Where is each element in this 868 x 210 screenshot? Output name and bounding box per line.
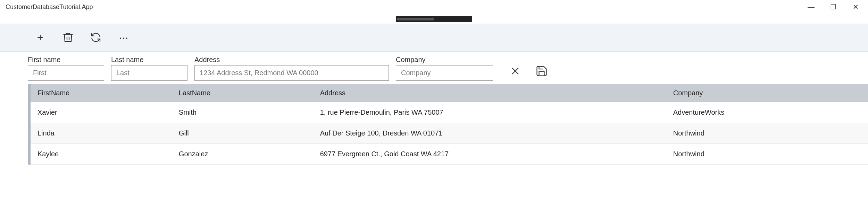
first-name-field: First name bbox=[28, 56, 104, 81]
company-field: Company bbox=[396, 56, 493, 81]
last-name-field: Last name bbox=[111, 56, 187, 81]
cancel-button[interactable] bbox=[507, 63, 524, 79]
refresh-icon bbox=[90, 31, 102, 44]
data-table-area: FirstName LastName Address Company Xavie… bbox=[28, 84, 868, 165]
col-header-firstname: FirstName bbox=[31, 84, 172, 102]
progress-area bbox=[0, 14, 868, 24]
cell-company: AdventureWorks bbox=[666, 102, 868, 123]
table-row[interactable]: Kaylee Gonzalez 6977 Evergreen Ct., Gold… bbox=[31, 144, 868, 165]
more-button[interactable]: ··· bbox=[111, 26, 136, 49]
cell-firstname: Kaylee bbox=[31, 144, 172, 165]
cell-lastname: Gill bbox=[172, 123, 313, 144]
save-icon bbox=[535, 65, 548, 77]
col-header-company: Company bbox=[666, 84, 868, 102]
address-field: Address bbox=[194, 56, 389, 81]
cell-lastname: Smith bbox=[172, 102, 313, 123]
app-title: CustomerDatabaseTutorial.App bbox=[6, 3, 93, 11]
delete-button[interactable] bbox=[56, 26, 81, 49]
first-name-label: First name bbox=[28, 56, 104, 64]
cell-address: Auf Der Steige 100, Dresden WA 01071 bbox=[313, 123, 666, 144]
table-row[interactable]: Linda Gill Auf Der Steige 100, Dresden W… bbox=[31, 123, 868, 144]
refresh-button[interactable] bbox=[83, 26, 108, 49]
address-input[interactable] bbox=[194, 65, 389, 81]
company-label: Company bbox=[396, 56, 493, 64]
table-row[interactable]: Xavier Smith 1, rue Pierre-Demoulin, Par… bbox=[31, 102, 868, 123]
first-name-input[interactable] bbox=[28, 65, 104, 81]
cancel-icon bbox=[509, 65, 521, 77]
close-button[interactable]: ✕ bbox=[849, 0, 862, 14]
cell-company: Northwind bbox=[666, 123, 868, 144]
minimize-button[interactable]: — bbox=[804, 0, 818, 14]
table-header-row: FirstName LastName Address Company bbox=[31, 84, 868, 102]
form-actions bbox=[507, 63, 550, 81]
customer-table: FirstName LastName Address Company Xavie… bbox=[31, 84, 868, 165]
col-header-address: Address bbox=[313, 84, 666, 102]
col-header-lastname: LastName bbox=[172, 84, 313, 102]
add-button[interactable]: + bbox=[28, 26, 53, 49]
delete-icon bbox=[62, 31, 74, 44]
address-label: Address bbox=[194, 56, 389, 64]
last-name-input[interactable] bbox=[111, 65, 187, 81]
maximize-button[interactable]: ☐ bbox=[826, 0, 840, 14]
cell-firstname: Linda bbox=[31, 123, 172, 144]
save-button[interactable] bbox=[533, 63, 550, 79]
company-input[interactable] bbox=[396, 65, 493, 81]
window-controls: — ☐ ✕ bbox=[804, 0, 862, 14]
form-area: First name Last name Address Company bbox=[0, 52, 868, 84]
progress-bar-fill bbox=[397, 18, 434, 20]
cell-lastname: Gonzalez bbox=[172, 144, 313, 165]
cell-address: 1, rue Pierre-Demoulin, Paris WA 75007 bbox=[313, 102, 666, 123]
progress-bar-background bbox=[396, 16, 472, 22]
last-name-label: Last name bbox=[111, 56, 187, 64]
toolbar: + ··· bbox=[0, 24, 868, 52]
title-bar: CustomerDatabaseTutorial.App — ☐ ✕ bbox=[0, 0, 868, 14]
cell-firstname: Xavier bbox=[31, 102, 172, 123]
cell-company: Northwind bbox=[666, 144, 868, 165]
cell-address: 6977 Evergreen Ct., Gold Coast WA 4217 bbox=[313, 144, 666, 165]
